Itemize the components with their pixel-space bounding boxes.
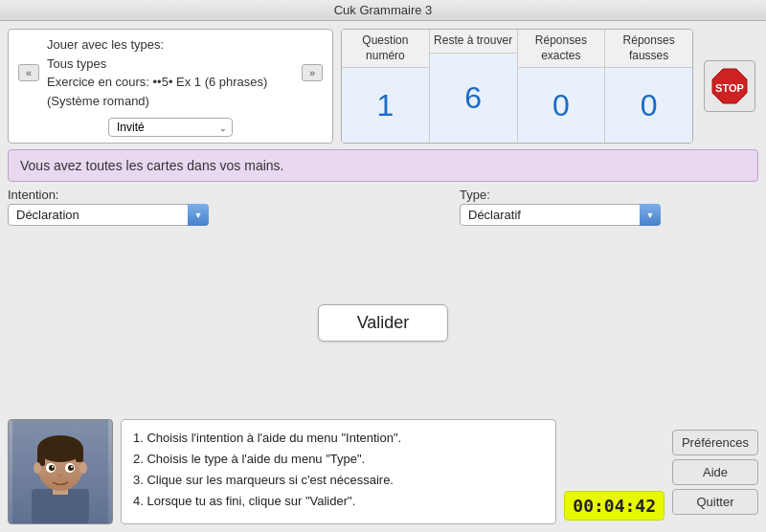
stat-header-question: Question numéro: [342, 30, 429, 68]
left-text-line4: (Système romand): [47, 92, 294, 111]
intention-select[interactable]: Déclaration Interrogation Exclamation Or…: [8, 204, 209, 226]
timer-box: 00:04:42: [564, 419, 665, 524]
svg-rect-8: [76, 449, 83, 462]
stat-col-reste: Reste à trouver 6: [430, 30, 518, 143]
instruction-line4: 4. Lorsque tu as fini, clique sur "Valid…: [133, 491, 544, 512]
stat-col-fausses: Réponses fausses 0: [605, 30, 692, 143]
stats-panel: Question numéro 1 Reste à trouver 6 Répo…: [341, 29, 693, 144]
prev-button[interactable]: «: [18, 64, 39, 81]
avatar-image: [9, 420, 112, 523]
intention-dropdown-wrapper: Déclaration Interrogation Exclamation Or…: [8, 204, 209, 226]
aide-button[interactable]: Aide: [672, 459, 758, 485]
message-text: Vous avez toutes les cartes dans vos mai…: [20, 158, 283, 173]
stat-col-question: Question numéro 1: [342, 30, 430, 143]
svg-point-12: [68, 465, 74, 471]
message-bar: Vous avez toutes les cartes dans vos mai…: [8, 149, 758, 182]
stat-header-reste: Reste à trouver: [430, 30, 517, 54]
stat-value-exactes: 0: [518, 68, 605, 143]
top-section: « Jouer avec les types: Tous types Exerc…: [8, 29, 758, 144]
instruction-line3: 3. Clique sur les marqueurs si c'est néc…: [133, 470, 544, 491]
stat-value-reste: 6: [430, 54, 517, 143]
nav-row: « Jouer avec les types: Tous types Exerc…: [18, 35, 323, 110]
next-button[interactable]: »: [302, 64, 323, 81]
title-bar: Cuk Grammaire 3: [0, 0, 766, 21]
bottom-section: 1. Choisis l'intention à l'aide du menu …: [8, 419, 758, 524]
invited-row: Invité: [18, 118, 323, 137]
timer-display: 00:04:42: [564, 491, 665, 521]
left-text-line1: Jouer avec les types:: [47, 35, 294, 55]
svg-point-13: [52, 466, 54, 468]
svg-text:STOP: STOP: [715, 82, 744, 94]
preferences-button[interactable]: Préférences: [672, 430, 758, 455]
avatar-svg: [12, 420, 108, 523]
avatar: [8, 419, 113, 524]
stat-col-exactes: Réponses exactes 0: [518, 30, 606, 143]
center-area: Valider: [8, 232, 758, 413]
valider-button[interactable]: Valider: [318, 304, 449, 342]
intention-label: Intention:: [8, 188, 209, 202]
side-buttons: Préférences Aide Quitter: [672, 419, 758, 524]
type-select[interactable]: Déclaratif Interrogatif Exclamatif Impér…: [460, 204, 661, 226]
invited-select[interactable]: Invité: [108, 118, 233, 137]
svg-point-14: [71, 466, 73, 468]
main-content: « Jouer avec les types: Tous types Exerc…: [0, 21, 766, 532]
type-group: Type: Déclaratif Interrogatif Exclamatif…: [460, 188, 661, 226]
left-text-line3: Exercice en cours: ••5• Ex 1 (6 phrases): [47, 73, 294, 92]
type-dropdown-wrapper: Déclaratif Interrogatif Exclamatif Impér…: [460, 204, 661, 226]
quitter-button[interactable]: Quitter: [672, 489, 758, 515]
svg-point-17: [79, 462, 87, 474]
stat-value-question: 1: [342, 68, 429, 143]
left-text-line2: Tous types: [47, 55, 294, 74]
type-label: Type:: [460, 188, 661, 202]
stop-btn-wrapper: STOP: [701, 29, 758, 144]
instruction-line2: 2. Choisis le type à l'aide du menu "Typ…: [133, 449, 544, 470]
app-title: Cuk Grammaire 3: [334, 3, 433, 17]
stat-header-exactes: Réponses exactes: [518, 30, 605, 68]
instruction-line1: 1. Choisis l'intention à l'aide du menu …: [133, 428, 544, 449]
stop-icon: STOP: [710, 67, 749, 105]
intention-group: Intention: Déclaration Interrogation Exc…: [8, 188, 209, 226]
svg-point-16: [34, 462, 41, 474]
stat-value-fausses: 0: [605, 68, 692, 143]
stat-header-fausses: Réponses fausses: [605, 30, 692, 68]
svg-point-11: [49, 465, 55, 471]
invited-select-wrapper: Invité: [108, 118, 233, 137]
stop-button[interactable]: STOP: [704, 60, 755, 112]
svg-point-15: [57, 474, 63, 477]
instructions-box: 1. Choisis l'intention à l'aide du menu …: [121, 419, 556, 524]
left-panel: « Jouer avec les types: Tous types Exerc…: [8, 29, 333, 144]
controls-row: Intention: Déclaration Interrogation Exc…: [8, 188, 758, 226]
